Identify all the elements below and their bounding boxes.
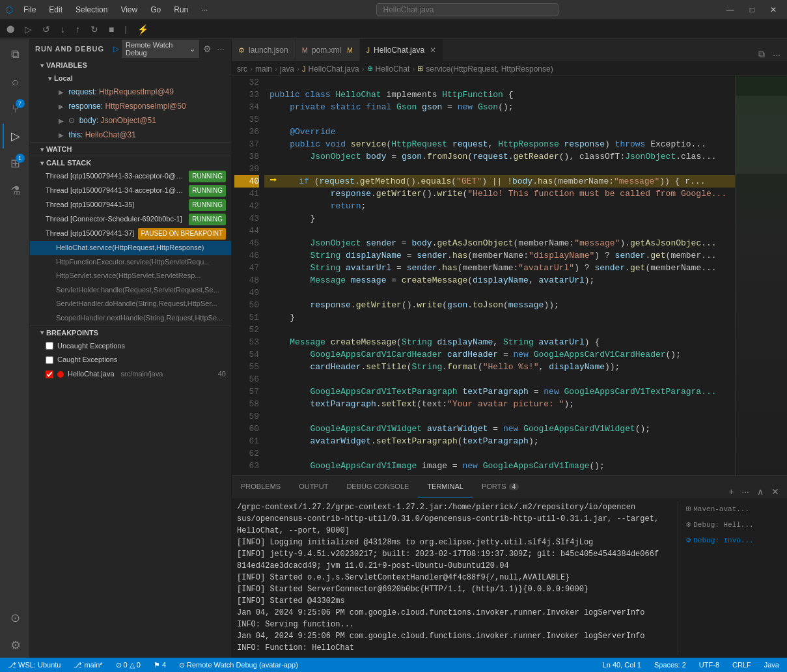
debug-config-selector[interactable]: Remote Watch Debug ⌄ — [122, 40, 199, 58]
callstack-frame-3[interactable]: HttpServlet.service(HttpServlet,ServletR… — [30, 269, 231, 283]
breadcrumb-java[interactable]: java — [280, 64, 294, 74]
callstack-frame-6[interactable]: ScopedHandler.nextHandle(String,Request,… — [30, 311, 231, 326]
status-spaces[interactable]: Spaces: 2 — [652, 661, 689, 669]
callstack-frame-2[interactable]: HttpFunctionExecutor.service(HttpServlet… — [30, 255, 231, 270]
ln-58: 58 — [234, 398, 259, 410]
search-input[interactable] — [376, 3, 559, 16]
maximize-button[interactable]: □ — [745, 4, 760, 16]
variables-header[interactable]: ▾ VARIABLES — [30, 59, 231, 72]
pom-modified-badge: M — [347, 47, 352, 54]
bp-uncaught[interactable]: Uncaught Exceptions — [30, 339, 231, 354]
thread-2[interactable]: Thread [qtp1500079441-34-acceptor-1@66..… — [30, 184, 231, 198]
debug-restart-btn[interactable]: ↻ — [88, 23, 101, 36]
breadcrumb-src[interactable]: src — [237, 64, 247, 74]
activity-extensions[interactable]: ⊞ 1 — [3, 151, 27, 176]
thread-5[interactable]: Thread [qtp1500079441-37] PAUSED ON BREA… — [30, 227, 231, 241]
bp-caught[interactable]: Caught Exceptions — [30, 353, 231, 367]
debug-stepout-btn[interactable]: ↑ — [73, 23, 83, 36]
panel-tab-ports[interactable]: PORTS 4 — [473, 475, 528, 498]
watch-header[interactable]: ▾ WATCH — [30, 143, 231, 156]
split-editor-btn[interactable]: ⧉ — [756, 48, 767, 61]
terminal-item-debug-invo[interactable]: ⚙ Debug: Invo... — [683, 533, 782, 548]
debug-stop-btn[interactable]: ■ — [106, 23, 117, 36]
activity-run-debug[interactable]: ▷ — [3, 124, 27, 148]
menu-view[interactable]: View — [115, 4, 143, 16]
activity-search[interactable]: ⌕ — [3, 69, 27, 94]
bp-caught-checkbox[interactable] — [46, 356, 53, 364]
terminal-item-maven[interactable]: ⊞ Maven-avat... — [683, 501, 782, 517]
callstack-frame-1[interactable]: HelloChat.service(HttpRequest,HttpRespon… — [30, 241, 231, 255]
activity-explorer[interactable]: ⧉ — [3, 42, 27, 66]
debug-settings-btn[interactable]: ⚙ — [202, 42, 213, 55]
panel-tab-output[interactable]: OUTPUT — [290, 475, 337, 498]
debug-stepover-btn[interactable]: ↺ — [40, 23, 53, 36]
thread-4[interactable]: Thread [Connector-Scheduler-6920b0bc-1] … — [30, 212, 231, 227]
menu-file[interactable]: File — [18, 4, 41, 16]
bp-hellochat[interactable]: HelloChat.java src/main/java 40 — [30, 367, 231, 382]
variables-local-header[interactable]: ▾ Local — [30, 72, 231, 85]
bp-caught-label: Caught Exceptions — [57, 354, 117, 366]
menu-edit[interactable]: Edit — [44, 4, 68, 16]
breakpoints-header[interactable]: ▾ BREAKPOINTS — [30, 326, 231, 339]
code-area[interactable]: public class HelloChat implements HttpFu… — [264, 76, 735, 475]
debug-more-btn[interactable]: ··· — [215, 42, 226, 55]
breadcrumb-class[interactable]: HelloChat — [376, 64, 410, 74]
tab-pom-xml[interactable]: M pom.xml M — [296, 39, 360, 61]
breadcrumb-main[interactable]: main — [255, 64, 272, 74]
status-language[interactable]: Java — [762, 661, 782, 669]
var-this[interactable]: ▶ this: HelloChat@31 — [30, 128, 231, 142]
var-body[interactable]: ▶ ⊙ body: JsonObject@51 — [30, 113, 231, 128]
status-notifications[interactable]: ⚑ 4 — [151, 661, 169, 669]
breadcrumb-file[interactable]: HelloChat.java — [309, 64, 359, 74]
close-button[interactable]: ✕ — [765, 4, 782, 16]
menu-run[interactable]: Run — [169, 4, 193, 16]
activity-accounts[interactable]: ⊙ — [3, 606, 27, 630]
panel-more-btn[interactable]: ··· — [739, 485, 752, 498]
run-play-icon[interactable]: ▷ — [113, 44, 119, 53]
tab-hellochat-java[interactable]: J HelloChat.java ✕ — [360, 39, 444, 61]
menu-more[interactable]: ··· — [196, 4, 213, 16]
bp-uncaught-checkbox[interactable] — [46, 342, 53, 350]
panel-add-btn[interactable]: + — [726, 485, 736, 498]
status-debug-session[interactable]: ⊙ Remote Watch Debug (avatar-app) — [176, 661, 301, 669]
var-request[interactable]: ▶ request: HttpRequestImpl@49 — [30, 85, 231, 99]
tab-close-btn[interactable]: ✕ — [430, 46, 436, 55]
terminal-item-debug-hell[interactable]: ⚙ Debug: Hell... — [683, 517, 782, 533]
menu-selection[interactable]: Selection — [70, 4, 113, 16]
status-line-col[interactable]: Ln 40, Col 1 — [600, 661, 644, 669]
panel-tab-debug-console[interactable]: DEBUG CONSOLE — [337, 475, 418, 498]
debug-stepinto-btn[interactable]: ↓ — [58, 23, 68, 36]
tab-launch-json[interactable]: ⚙ launch.json — [232, 39, 296, 61]
status-line-ending[interactable]: CRLF — [730, 661, 754, 669]
ln-36: 36 — [234, 126, 259, 138]
activity-source-control[interactable]: ⑂ 7 — [3, 96, 27, 121]
callstack-header[interactable]: ▾ CALL STACK — [30, 156, 231, 169]
panel-minimize-btn[interactable]: ∧ — [754, 485, 766, 498]
status-branch[interactable]: ⎇ main* — [71, 661, 105, 669]
thread-3[interactable]: Thread [qtp1500079441-35] RUNNING — [30, 198, 231, 212]
status-encoding[interactable]: UTF-8 — [697, 661, 722, 669]
branch-icon: ⎇ — [74, 661, 82, 669]
var-response[interactable]: ▶ response: HttpResponseImpl@50 — [30, 99, 231, 113]
panel-close-btn[interactable]: ✕ — [769, 485, 782, 498]
callstack-frame-4[interactable]: ServletHolder.handle(Request,ServletRequ… — [30, 283, 231, 298]
activity-settings[interactable]: ⚙ — [3, 633, 27, 658]
panel-tab-problems[interactable]: PROBLEMS — [232, 475, 290, 498]
callstack-title: CALL STACK — [46, 159, 91, 167]
bp-hellochat-checkbox[interactable] — [46, 371, 53, 378]
debug-hot-reload-btn[interactable]: ⚡ — [135, 23, 151, 36]
thread-1[interactable]: Thread [qtp1500079441-33-acceptor-0@48..… — [30, 169, 231, 184]
status-errors[interactable]: ⊙ 0 △ 0 — [113, 661, 143, 669]
panel-tab-terminal[interactable]: TERMINAL — [418, 475, 473, 498]
status-remote[interactable]: ⎇ WSL: Ubuntu — [5, 661, 63, 669]
more-tabs-btn[interactable]: ··· — [770, 48, 783, 61]
debug-continue-btn[interactable]: ▷ — [22, 23, 35, 36]
activity-testing[interactable]: ⚗ — [3, 178, 27, 203]
callstack-frame-5[interactable]: ServletHandler.doHandle(String,Request,H… — [30, 297, 231, 311]
breadcrumb-method[interactable]: service(HttpRequest, HttpResponse) — [426, 64, 553, 74]
minimize-button[interactable]: — — [721, 4, 739, 16]
variables-chevron: ▾ — [40, 62, 44, 69]
menu-go[interactable]: Go — [145, 4, 166, 16]
status-notif-label: 4 — [162, 661, 166, 669]
variables-title: VARIABLES — [46, 61, 87, 69]
